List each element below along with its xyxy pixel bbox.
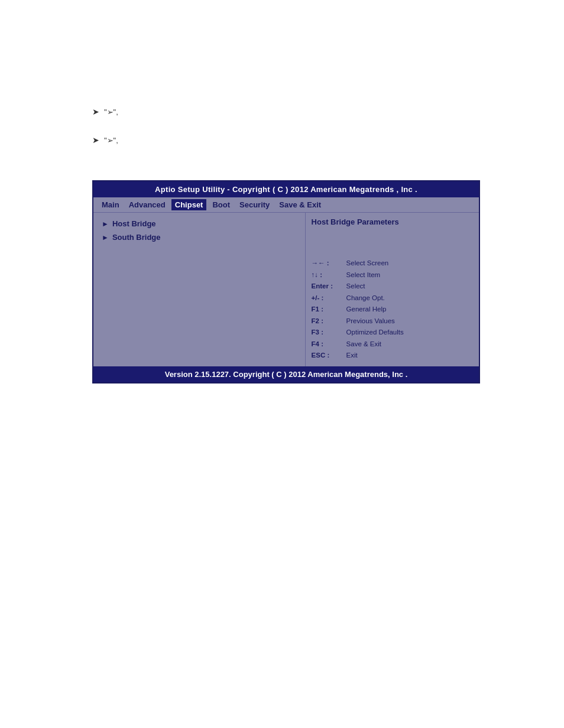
- key-select-screen-desc: Select Screen: [346, 258, 389, 269]
- key-f1-desc: General Help: [346, 304, 387, 316]
- quote-2: "➢",: [104, 136, 118, 145]
- nav-host-bridge[interactable]: ► Host Bridge: [99, 217, 299, 230]
- key-help-f3: F3 : Optimized Defaults: [312, 327, 473, 339]
- menu-boot[interactable]: Boot: [209, 199, 234, 210]
- key-change-desc: Change Opt.: [346, 292, 385, 304]
- bios-left-panel: ► Host Bridge ► South Bridge: [93, 213, 306, 366]
- bullet-item-2: ➤ "➢",: [92, 135, 118, 147]
- nav-label-south-bridge: South Bridge: [112, 233, 161, 242]
- help-title: Host Bridge Parameters: [312, 217, 473, 226]
- bullet-text-1: "➢",: [104, 106, 118, 118]
- nav-arrow-host-bridge: ►: [102, 220, 109, 228]
- bullet-text-2: "➢",: [104, 135, 118, 147]
- key-help-esc: ESC : Exit: [312, 350, 473, 362]
- bios-footer: Version 2.15.1227. Copyright ( C ) 2012 …: [93, 366, 479, 382]
- bullet-arrow-2: ➤: [92, 135, 99, 147]
- key-help-f4: F4 : Save & Exit: [312, 339, 473, 350]
- key-help-f1: F1 : General Help: [312, 304, 473, 316]
- nav-label-host-bridge: Host Bridge: [112, 219, 156, 228]
- key-help-select-item: ↑↓ : Select Item: [312, 269, 473, 281]
- bios-right-panel: Host Bridge Parameters →← : Select Scree…: [306, 213, 479, 366]
- nav-arrow-south-bridge: ►: [102, 233, 109, 242]
- key-help-f2: F2 : Previous Values: [312, 316, 473, 327]
- bios-container: Aptio Setup Utility - Copyright ( C ) 20…: [92, 180, 480, 384]
- bios-title: Aptio Setup Utility - Copyright ( C ) 20…: [93, 181, 479, 197]
- key-f4-desc: Save & Exit: [346, 339, 381, 350]
- key-help-enter: Enter : Select: [312, 281, 473, 292]
- key-f4-key: F4 :: [312, 339, 344, 350]
- key-f2-desc: Previous Values: [346, 316, 395, 327]
- nav-south-bridge[interactable]: ► South Bridge: [99, 231, 299, 243]
- key-esc-key: ESC :: [312, 350, 344, 362]
- key-f3-key: F3 :: [312, 327, 344, 339]
- key-select-item-desc: Select Item: [346, 269, 381, 281]
- menu-advanced[interactable]: Advanced: [125, 199, 169, 210]
- quote-1: "➢",: [104, 108, 118, 116]
- key-f3-desc: Optimized Defaults: [346, 327, 404, 339]
- key-change-key: +/- :: [312, 292, 344, 304]
- key-select-screen-key: →← :: [312, 258, 344, 269]
- key-select-item-key: ↑↓ :: [312, 269, 344, 281]
- key-help-select-screen: →← : Select Screen: [312, 258, 473, 269]
- bios-menubar: Main Advanced Chipset Boot Security Save…: [93, 197, 479, 213]
- key-enter-key: Enter :: [312, 281, 344, 292]
- menu-security[interactable]: Security: [236, 199, 273, 210]
- pre-bios-section: ➤ "➢", ➤ "➢",: [92, 106, 118, 162]
- key-help-change: +/- : Change Opt.: [312, 292, 473, 304]
- key-f2-key: F2 :: [312, 316, 344, 327]
- bullet-item-1: ➤ "➢",: [92, 106, 118, 118]
- bios-content: ► Host Bridge ► South Bridge Host Bridge…: [93, 213, 479, 366]
- key-help-section: →← : Select Screen ↑↓ : Select Item Ente…: [312, 258, 473, 362]
- menu-chipset[interactable]: Chipset: [171, 199, 207, 210]
- key-f1-key: F1 :: [312, 304, 344, 316]
- key-enter-desc: Select: [346, 281, 365, 292]
- menu-save-exit[interactable]: Save & Exit: [275, 199, 325, 210]
- bullet-arrow-1: ➤: [92, 106, 99, 118]
- menu-main[interactable]: Main: [98, 199, 123, 210]
- key-esc-desc: Exit: [346, 350, 358, 362]
